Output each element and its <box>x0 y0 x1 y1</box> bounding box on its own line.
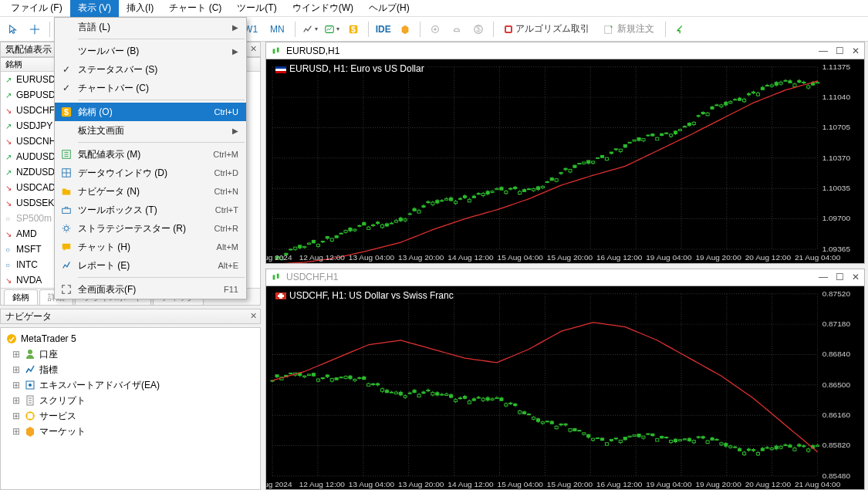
separator <box>295 22 296 37</box>
nav-root[interactable]: MetaTrader 5 <box>5 331 255 346</box>
objects-button[interactable]: $ <box>343 19 363 39</box>
chart-window-eurusd[interactable]: EURUSD,H1 — ☐ ✕ EURUSD, H1: Euro vs US D… <box>265 42 865 264</box>
expand-icon[interactable]: ⊞ <box>12 426 21 437</box>
close-icon[interactable]: ✕ <box>250 311 257 321</box>
buy-icon[interactable] <box>670 19 691 39</box>
menu-language[interactable]: 言語 (L)▶ <box>55 18 246 36</box>
menu-view[interactable]: 表示 (V) <box>70 0 119 17</box>
chart-body[interactable]: EURUSD, H1: Euro vs US Dollar 1.113751.1… <box>266 59 864 263</box>
svg-rect-103 <box>408 214 411 215</box>
expand-icon[interactable]: ⊞ <box>12 349 21 360</box>
close-icon[interactable]: ✕ <box>852 272 860 282</box>
menu-item-label: ステータスバー (S) <box>78 63 238 76</box>
menubar: ファイル (F) 表示 (V) 挿入(I) チャート (C) ツール(T) ウイ… <box>0 0 868 17</box>
close-icon[interactable]: ✕ <box>250 44 257 54</box>
mw-tab-0[interactable]: 銘柄 <box>4 289 38 305</box>
svg-rect-105 <box>413 208 416 211</box>
svg-rect-358 <box>349 376 352 378</box>
menu-toolbar[interactable]: ツールバー (B)▶ <box>55 42 246 60</box>
menu-insert[interactable]: 挿入(I) <box>119 0 161 17</box>
svg-rect-209 <box>651 134 654 136</box>
svg-rect-364 <box>363 377 366 379</box>
market-icon[interactable] <box>395 19 415 39</box>
menu-chartbar[interactable]: ✓チャートバー (C) <box>55 79 246 97</box>
svg-rect-416 <box>481 398 485 400</box>
menu-quotes[interactable]: 気配値表示 (M)Ctrl+M <box>55 145 246 164</box>
svg-rect-370 <box>377 384 380 385</box>
svg-rect-275 <box>802 82 806 83</box>
svg-text:0.85820: 0.85820 <box>822 441 851 449</box>
svg-rect-237 <box>715 105 718 106</box>
menu-navigator[interactable]: ナビゲータ (N)Ctrl+N <box>55 182 246 201</box>
svg-rect-59 <box>307 243 310 245</box>
crosshair-tool[interactable] <box>25 19 45 39</box>
svg-rect-201 <box>633 140 636 141</box>
menu-help[interactable]: ヘルプ(H) <box>361 0 417 17</box>
svg-rect-384 <box>408 393 411 394</box>
minimize-icon[interactable]: — <box>819 46 828 56</box>
close-icon[interactable]: ✕ <box>852 46 860 56</box>
menu-tool[interactable]: ツール(T) <box>229 0 284 17</box>
nav-node-4[interactable]: ⊞サービス <box>5 408 255 424</box>
nav-node-5[interactable]: ⊞マーケット <box>5 424 255 439</box>
menu-chat[interactable]: チャット (H)Alt+M <box>55 238 246 256</box>
menu-toolbox[interactable]: ツールボックス (T)Ctrl+T <box>55 201 246 219</box>
ide-button[interactable]: IDE <box>373 19 393 39</box>
indicators-dropdown[interactable]: ▾ <box>322 19 342 39</box>
algo-trading-toggle[interactable]: アルゴリズム取引 <box>498 22 596 35</box>
chart-type-dropdown[interactable]: ▾ <box>300 19 320 39</box>
svg-rect-199 <box>628 142 631 143</box>
menu-window[interactable]: ウインドウ(W) <box>285 0 361 17</box>
new-order-button[interactable]: 新規注文 <box>597 22 660 35</box>
expand-icon[interactable]: ⊞ <box>12 411 21 421</box>
svg-text:9 Aug 2024: 9 Aug 2024 <box>266 479 292 488</box>
chart-window-usdchf[interactable]: USDCHF,H1 — ☐ ✕ USDCHF, H1: US Dollar vs… <box>265 269 865 491</box>
svg-text:0.86840: 0.86840 <box>822 350 851 358</box>
cursor-tool[interactable] <box>3 19 23 39</box>
maximize-icon[interactable]: ☐ <box>836 46 844 56</box>
svg-text:1.11040: 1.11040 <box>822 93 851 101</box>
svg-rect-346 <box>321 377 324 378</box>
svg-rect-518 <box>715 439 718 440</box>
menu-depth[interactable]: 板注文画面▶ <box>55 121 246 140</box>
svg-rect-326 <box>275 374 279 377</box>
svg-rect-546 <box>779 446 782 448</box>
minimize-icon[interactable]: — <box>819 272 828 282</box>
svg-rect-93 <box>385 224 388 226</box>
svg-text:0.86160: 0.86160 <box>822 411 851 419</box>
menu-report[interactable]: レポート (E)Alt+E <box>55 256 246 275</box>
menu-tester[interactable]: ストラテジーテスター (R)Ctrl+R <box>55 219 246 238</box>
nav-node-2[interactable]: ⊞エキスパートアドバイザ(EA) <box>5 377 255 393</box>
svg-text:$: $ <box>351 24 356 33</box>
menu-chart[interactable]: チャート (C) <box>161 0 229 17</box>
menu-statusbar[interactable]: ✓ステータスバー (S) <box>55 60 246 79</box>
expand-icon[interactable]: ⊞ <box>12 364 21 375</box>
timeframe-mn[interactable]: MN <box>265 19 290 39</box>
menu-fullscreen[interactable]: 全画面表示(F)F11 <box>55 280 246 299</box>
svg-rect-452 <box>564 424 567 425</box>
chart-titlebar[interactable]: USDCHF,H1 — ☐ ✕ <box>266 269 864 286</box>
nav-node-3[interactable]: ⊞スクリプト <box>5 393 255 408</box>
expand-icon[interactable]: ⊞ <box>12 380 21 390</box>
menu-file[interactable]: ファイル (F) <box>3 0 70 17</box>
submenu-arrow-icon: ▶ <box>232 47 238 56</box>
svg-rect-101 <box>404 219 407 221</box>
nav-node-1[interactable]: ⊞指標 <box>5 362 255 377</box>
payments-icon[interactable]: $ <box>468 19 488 39</box>
chart-body[interactable]: USDCHF, H1: US Dollar vs Swiss Franc 0.8… <box>266 286 864 490</box>
svg-text:0.85480: 0.85480 <box>822 471 851 480</box>
nav-node-0[interactable]: ⊞口座 <box>5 346 255 362</box>
maximize-icon[interactable]: ☐ <box>836 272 844 282</box>
menu-datawindow[interactable]: データウインドウ (D)Ctrl+D <box>55 164 246 182</box>
chart-titlebar[interactable]: EURUSD,H1 — ☐ ✕ <box>266 42 864 59</box>
svg-rect-85 <box>367 227 370 229</box>
menu-symbols[interactable]: $銘柄 (O)Ctrl+U <box>55 103 246 121</box>
svg-rect-444 <box>545 421 549 421</box>
svg-point-9 <box>28 350 32 354</box>
vps-icon[interactable] <box>447 19 467 39</box>
svg-rect-402 <box>450 394 453 397</box>
expand-icon[interactable]: ⊞ <box>12 395 21 406</box>
signals-icon[interactable] <box>425 19 445 39</box>
svg-rect-195 <box>619 149 622 151</box>
svg-rect-498 <box>670 440 673 442</box>
